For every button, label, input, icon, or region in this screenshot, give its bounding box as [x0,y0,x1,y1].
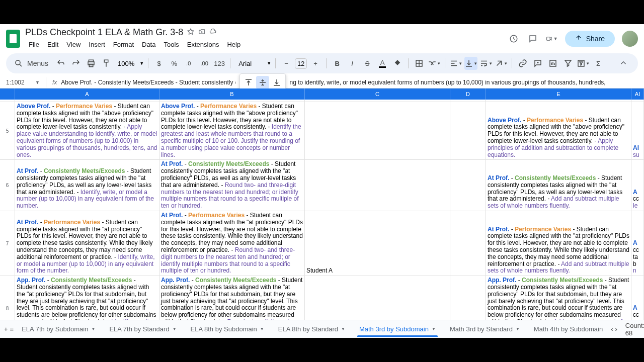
name-box[interactable]: 1:1002 [6,79,31,86]
cell[interactable]: Accle [631,160,644,211]
doc-title[interactable]: PLDs Checkpoint 1 ELA & Math Gr. 3-8 [25,27,183,38]
italic-icon[interactable]: I [346,57,359,70]
font-size-input[interactable]: 12 [295,58,307,69]
cloud-icon[interactable] [209,27,216,38]
merge-icon[interactable]: ▼ [428,57,441,70]
avatar[interactable] [622,31,638,47]
wrap-icon[interactable]: ▼ [479,57,493,70]
borders-icon[interactable] [413,57,426,70]
menu-view[interactable]: View [63,39,84,50]
sheet-tab[interactable]: ELA 7th by Subdomain▼ [16,321,101,337]
cell[interactable]: Alsu [631,102,644,159]
redo-icon[interactable] [69,57,83,70]
row-header[interactable]: 5 [0,102,15,159]
share-button[interactable]: Share [565,31,615,47]
strikethrough-icon[interactable]: S [361,57,374,70]
decrease-decimal-icon[interactable]: .0 [183,57,196,70]
menu-file[interactable]: File [25,39,43,50]
undo-icon[interactable] [54,57,67,70]
comment-add-icon[interactable] [531,57,544,70]
sheet-tab-active[interactable]: Math 3rd by Subdomain▼ [353,321,442,337]
cell[interactable]: App. Prof. - Consistently Meets/Exceeds … [486,276,631,320]
chevron-down-icon[interactable]: ▼ [432,327,436,331]
cell[interactable]: App. Prof. - Consistently Meets/Exceeds … [15,276,159,320]
percent-icon[interactable]: % [168,57,181,70]
menu-format[interactable]: Format [110,39,137,50]
chevron-down-icon[interactable]: ▼ [173,327,177,331]
col-header-c[interactable]: C [305,88,450,100]
cell[interactable] [450,211,486,276]
chevron-down-icon[interactable]: ▼ [260,327,264,331]
cell[interactable]: Student A [305,211,450,276]
col-header-f[interactable]: AI [631,88,644,100]
increase-font-icon[interactable]: + [309,57,322,70]
paint-format-icon[interactable] [100,57,113,70]
formula-bar-cont[interactable]: ng to identify, write, or model equivale… [290,79,638,86]
chevron-down-icon[interactable]: ▼ [91,327,95,331]
cell[interactable] [305,276,450,320]
zoom-select[interactable]: 100% [115,59,137,68]
valign-bottom-icon[interactable] [270,76,283,89]
functions-icon[interactable]: Σ [592,57,605,70]
link-icon[interactable] [516,57,529,70]
fill-color-icon[interactable] [391,57,404,70]
rotate-icon[interactable]: ▼ [495,57,508,70]
collapse-toolbar-icon[interactable] [619,58,628,69]
search-menus-icon[interactable] [12,57,25,70]
menu-help[interactable]: Help [223,39,244,50]
meet-icon[interactable]: ▼ [546,33,558,45]
scroll-tabs-right-icon[interactable]: › [615,323,617,336]
filter-views-icon[interactable]: ▼ [577,57,590,70]
text-color-icon[interactable]: A [376,57,389,70]
cell[interactable]: Above Prof. - Performance Varies - Stude… [486,102,631,159]
cell[interactable]: Acc ta bn [631,211,644,276]
currency-icon[interactable]: $ [152,57,166,70]
bold-icon[interactable]: B [331,57,344,70]
decrease-font-icon[interactable]: − [280,57,293,70]
history-icon[interactable] [508,33,520,45]
valign-top-icon[interactable] [242,76,255,89]
cell[interactable] [450,102,486,159]
valign-icon[interactable]: ▼ [464,57,477,70]
star-icon[interactable] [187,27,194,38]
cell[interactable]: At Prof. - Performance Varies - Student … [15,211,159,276]
filter-icon[interactable] [561,57,575,70]
cell[interactable]: Acc pr bw [631,276,644,320]
cell[interactable]: Above Prof. - Performance Varies - Stude… [159,102,305,159]
menu-data[interactable]: Data [138,39,159,50]
cell[interactable]: At Prof. - Consistently Meets/Exceeds - … [15,160,159,211]
valign-middle-icon[interactable] [256,76,269,89]
font-select[interactable]: Arial [234,59,265,68]
menu-extensions[interactable]: Extensions [184,39,223,50]
cell[interactable]: At Prof. - Consistently Meets/Exceeds - … [486,160,631,211]
sheet-tab[interactable]: ELA 8th by Standard▼ [272,321,351,337]
sheet-tab[interactable]: ELA 7th by Standard▼ [103,321,182,337]
col-header-b[interactable]: B [159,88,305,100]
all-sheets-icon[interactable]: ≡ [10,323,14,336]
cell[interactable] [305,102,450,159]
col-header-a[interactable]: A [15,88,159,100]
cell[interactable] [305,160,450,211]
halign-icon[interactable]: ▼ [449,57,462,70]
cell[interactable] [450,160,486,211]
menu-edit[interactable]: Edit [44,39,62,50]
cell[interactable] [450,276,486,320]
sheet-tab[interactable]: Math 4th by Subdomain [528,321,609,337]
select-all-corner[interactable] [0,88,15,100]
row-header[interactable]: 6 [0,160,15,211]
selection-count[interactable]: Count: 68▼ [619,320,644,339]
row-header[interactable]: 8 [0,276,15,320]
comment-icon[interactable] [527,33,539,45]
cell[interactable]: At Prof. - Consistently Meets/Exceeds - … [159,160,305,211]
print-icon[interactable] [85,57,98,70]
add-sheet-icon[interactable]: + [4,323,8,336]
chart-icon[interactable] [546,57,559,70]
chevron-down-icon[interactable]: ▼ [341,327,345,331]
row-header[interactable]: 7 [0,211,15,276]
chevron-down-icon[interactable]: ▼ [516,327,520,331]
sheet-tab[interactable]: ELA 8th by Subdomain▼ [185,321,270,337]
sheet-tab[interactable]: Math 3rd by Standard▼ [444,321,526,337]
cell[interactable]: At Prof. - Performance Varies - Student … [486,211,631,276]
menu-insert[interactable]: Insert [85,39,109,50]
col-header-d[interactable]: D [450,88,486,100]
